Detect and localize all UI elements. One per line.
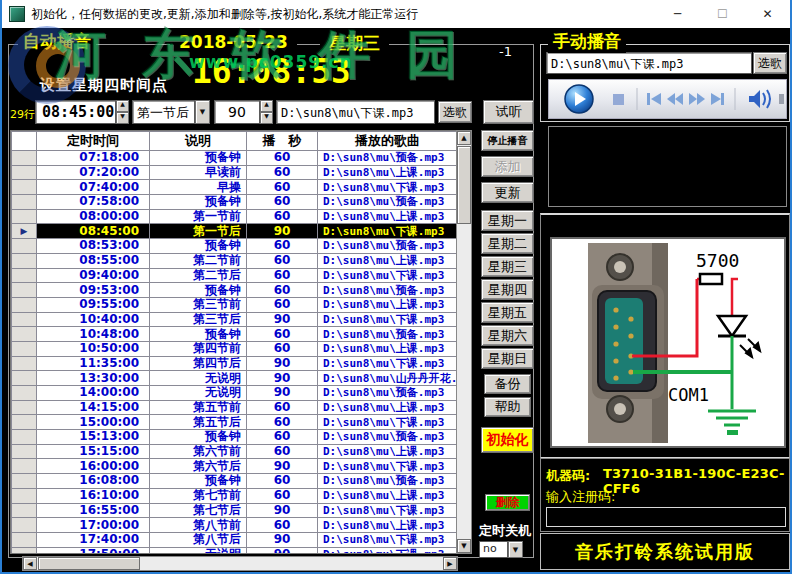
fast-forward-button[interactable] [689, 93, 705, 105]
table-cell[interactable]: 60 [247, 400, 318, 415]
row-marker-cell[interactable] [12, 195, 37, 210]
table-cell[interactable]: 60 [247, 209, 318, 224]
shutdown-combobox-value[interactable]: no [479, 541, 508, 558]
table-cell[interactable]: 第六节后 [150, 459, 247, 474]
table-cell[interactable]: 16:08:00 [37, 474, 150, 489]
table-cell[interactable]: D:\sun8\mu\下课.mp3 [318, 356, 458, 371]
table-row[interactable]: 09:53:00预备钟60D:\sun8\mu\预备.mp3 [12, 283, 458, 298]
table-cell[interactable]: 60 [247, 151, 318, 166]
table-cell[interactable]: 60 [247, 180, 318, 195]
scroll-right-icon[interactable]: ▶ [443, 557, 457, 570]
choose-song-button[interactable]: 选歌 [438, 101, 472, 123]
row-marker-cell[interactable] [12, 297, 37, 312]
table-cell[interactable]: D:\sun8\mu\下课.mp3 [318, 180, 458, 195]
table-cell[interactable]: D:\sun8\mu\下课.mp3 [318, 268, 458, 283]
table-cell[interactable]: 60 [247, 195, 318, 210]
table-cell[interactable]: D:\sun8\mu\下课.mp3 [318, 312, 458, 327]
table-row[interactable]: 16:10:00第七节前60D:\sun8\mu\上课.mp3 [12, 488, 458, 503]
table-cell[interactable]: 08:53:00 [37, 239, 150, 254]
shutdown-combobox[interactable]: no ▼ [479, 541, 523, 558]
table-row[interactable]: 15:13:00预备钟60D:\sun8\mu\预备.mp3 [12, 430, 458, 445]
table-cell[interactable]: D:\sun8\mu\上课.mp3 [318, 209, 458, 224]
table-cell[interactable]: 第五节前 [150, 400, 247, 415]
table-cell[interactable]: D:\sun8\mu\下课.mp3 [318, 503, 458, 518]
table-row[interactable]: 17:50:00无说明90D:\sun8\mu\下课.mp3 [12, 547, 458, 554]
play-button[interactable] [565, 85, 593, 113]
table-row[interactable]: 07:58:00预备钟60D:\sun8\mu\预备.mp3 [12, 195, 458, 210]
row-marker-cell[interactable] [12, 151, 37, 166]
volume-icon[interactable] [749, 90, 770, 108]
row-marker-cell[interactable] [12, 430, 37, 445]
table-cell[interactable]: D:\sun8\mu\上课.mp3 [318, 253, 458, 268]
table-row[interactable]: 13:30:00无说明90D:\sun8\mu\山丹丹开花.mid [12, 371, 458, 386]
row-marker-cell[interactable] [12, 444, 37, 459]
table-cell[interactable]: D:\sun8\mu\山丹丹开花.mid [318, 371, 458, 386]
table-cell[interactable]: 60 [247, 283, 318, 298]
table-cell[interactable]: 17:50:00 [37, 547, 150, 554]
table-cell[interactable]: 早操 [150, 180, 247, 195]
table-cell[interactable]: 第七节后 [150, 503, 247, 518]
table-cell[interactable]: 无说明 [150, 547, 247, 554]
table-cell[interactable]: 90 [247, 459, 318, 474]
table-cell[interactable]: 第一节前 [150, 209, 247, 224]
next-track-button[interactable] [711, 93, 724, 105]
table-cell[interactable]: 60 [247, 488, 318, 503]
row-marker-cell[interactable] [12, 327, 37, 342]
weekday-button-monday[interactable]: 星期一 [481, 210, 534, 231]
table-cell[interactable]: 90 [247, 532, 318, 547]
table-cell[interactable]: 08:55:00 [37, 253, 150, 268]
table-cell[interactable]: 预备钟 [150, 327, 247, 342]
table-cell[interactable]: D:\sun8\mu\上课.mp3 [318, 400, 458, 415]
table-cell[interactable]: 预备钟 [150, 239, 247, 254]
table-cell[interactable]: 09:55:00 [37, 297, 150, 312]
maximize-button[interactable]: ☐ [700, 0, 745, 28]
row-marker-cell[interactable] [12, 356, 37, 371]
table-row[interactable]: 07:20:00早读前60D:\sun8\mu\上课.mp3 [12, 165, 458, 180]
table-cell[interactable]: 08:45:00 [37, 224, 150, 239]
table-cell[interactable]: D:\sun8\mu\下课.mp3 [318, 532, 458, 547]
table-horizontal-scrollbar[interactable]: ◀ ▶ [22, 556, 458, 571]
help-button[interactable]: 帮助 [484, 397, 531, 417]
row-marker-cell[interactable] [12, 503, 37, 518]
stop-broadcast-button[interactable]: 停止播音 [481, 130, 534, 151]
update-button[interactable]: 更新 [481, 182, 534, 203]
table-cell[interactable]: 16:10:00 [37, 488, 150, 503]
table-cell[interactable]: 第二节后 [150, 268, 247, 283]
add-button[interactable]: 添加 [481, 156, 534, 177]
table-cell[interactable]: 17:00:00 [37, 518, 150, 533]
stop-button[interactable] [613, 94, 624, 105]
rewind-button[interactable] [667, 93, 683, 105]
table-cell[interactable]: 90 [247, 312, 318, 327]
seconds-spin-up-icon[interactable]: ▲ [260, 100, 273, 112]
table-cell[interactable]: 无说明 [150, 371, 247, 386]
table-row[interactable]: 17:00:00第八节前60D:\sun8\mu\上课.mp3 [12, 518, 458, 533]
table-row[interactable]: ▶08:45:00第一节后90D:\sun8\mu\下课.mp3 [12, 224, 458, 239]
table-row[interactable]: 15:00:00第五节后60D:\sun8\mu\下课.mp3 [12, 415, 458, 430]
table-cell[interactable]: 60 [247, 165, 318, 180]
table-cell[interactable]: 90 [247, 503, 318, 518]
table-cell[interactable]: 60 [247, 474, 318, 489]
backup-button[interactable]: 备份 [484, 374, 531, 394]
table-cell[interactable]: 60 [247, 297, 318, 312]
seconds-spin-down-icon[interactable]: ▼ [260, 112, 273, 124]
row-marker-cell[interactable] [12, 371, 37, 386]
table-cell[interactable]: 60 [247, 341, 318, 356]
table-cell[interactable]: 14:15:00 [37, 400, 150, 415]
manual-choose-song-button[interactable]: 选歌 [753, 52, 787, 74]
row-marker-cell[interactable] [12, 239, 37, 254]
previous-track-button[interactable] [647, 93, 661, 105]
scroll-down-icon[interactable]: ▼ [457, 539, 471, 553]
table-cell[interactable]: 90 [247, 371, 318, 386]
table-cell[interactable]: 第一节后 [150, 224, 247, 239]
table-cell[interactable]: 09:53:00 [37, 283, 150, 298]
table-row[interactable]: 08:53:00预备钟60D:\sun8\mu\预备.mp3 [12, 239, 458, 254]
table-cell[interactable]: 预备钟 [150, 430, 247, 445]
row-marker-cell[interactable] [12, 209, 37, 224]
table-cell[interactable]: D:\sun8\mu\预备.mp3 [318, 386, 458, 401]
weekday-button-thursday[interactable]: 星期四 [481, 279, 534, 300]
description-combobox-value[interactable]: 第一节后 [132, 100, 195, 124]
minimize-button[interactable]: ─ [655, 0, 700, 28]
table-cell[interactable]: 10:50:00 [37, 341, 150, 356]
weekday-button-sunday[interactable]: 星期日 [481, 348, 534, 369]
table-row[interactable]: 14:00:00无说明90D:\sun8\mu\预备.mp3 [12, 386, 458, 401]
